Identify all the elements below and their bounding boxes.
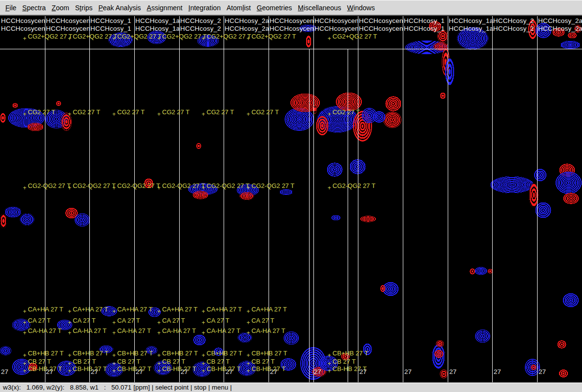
peak-label-text: CB 27 T [73,358,96,365]
peak-label[interactable]: +CB 27 T [23,358,51,365]
contour-blob [383,112,401,128]
peak-label[interactable]: +CA-HA 27 T [157,327,196,334]
peak-label[interactable]: +CB 27 T [112,358,140,365]
peak-label[interactable]: +CA+HA 27 T [157,306,197,313]
peak-label[interactable]: +CB+HB 27 T [68,350,108,357]
peak-label[interactable]: +CB+HB 27 T [23,350,63,357]
peak-label-text: CG2+QG2 27 T [207,33,251,40]
contour-blob [490,176,534,193]
peak-label-text: CA+HA 27 T [207,306,242,313]
strip-header: HCCHcosy_2 [493,25,534,33]
peak-label[interactable]: +CG2-QG2 27 T [247,182,294,189]
menu-item-file[interactable]: File [5,3,17,13]
peak-label[interactable]: +CB+HB 27 T [202,350,242,357]
peak-label[interactable]: +CA-HA 27 T [247,327,285,334]
peak-label[interactable]: +CG2 27 T [23,108,55,116]
peak-label[interactable]: +CB 27 T [202,358,229,365]
peak-label[interactable]: +CA-HA 27 T [112,327,151,334]
peak-label-text: CG2+QG2 27 T [28,33,72,40]
peak-label[interactable]: +CG2-QG2 27 T [328,182,375,189]
spectrum-canvas[interactable]: HCCHcosycenHCCHcosycenHCCHcosycenHCCHcos… [0,16,582,382]
peak-label-text: CA+HA 27 T [28,306,63,313]
peak-label[interactable]: +CA-HA 27 T [202,327,240,334]
peak-label[interactable]: +CB-HB 27 T [247,365,286,372]
strip-number: 27 [404,368,412,375]
peak-label[interactable]: +CG2-QG2 27 T [112,182,160,189]
peak-label[interactable]: +CG2-QG2 27 T [23,182,71,189]
peak-label[interactable]: +CG2-QG2 27 T [202,182,249,189]
peak-label[interactable]: +CG2+QG2 27 T [68,33,117,40]
strip-header: HCCHcosy_1 [404,25,445,33]
status-bar: w3(x): 1.069, w2(y): 8.858, w1 : 50.071 … [0,382,582,392]
peak-label[interactable]: +CB+HB 27 T [157,350,198,357]
peak-label[interactable]: +CB+HB 27 T [328,350,368,357]
strip-boundary-line [448,16,448,382]
contour-blob [327,163,343,177]
peak-label[interactable]: +CA 27 T [23,317,51,324]
peak-label[interactable]: +CG2+QG2 27 T [112,33,162,40]
peak-label[interactable]: +CB-HB 27 T [23,365,62,372]
peak-label[interactable]: +CG2 27 T [112,108,145,116]
peak-label[interactable]: +CB 27 T [157,358,185,365]
menu-item-strips[interactable]: Strips [75,3,93,13]
peak-label[interactable]: +CA-HA 27 T [68,327,106,334]
menu-item-assignment[interactable]: Assignment [146,3,183,13]
menu-item-peak-analysis[interactable]: Peak Analysis [98,3,141,13]
strip-number: 27 [314,368,321,375]
peak-marker-icon: + [112,319,116,326]
contour-blob [436,340,444,347]
peak-label[interactable]: +CA+HA 27 T [68,306,108,313]
peak-label[interactable]: +CA 27 T [157,317,185,324]
peak-label[interactable]: +CB+HB 27 T [247,350,287,357]
peak-label[interactable]: +CB 27 T [328,358,355,365]
peak-label[interactable]: +CG2 27 T [328,108,360,116]
peak-marker-icon: + [23,111,26,118]
menu-item-miscellaneous[interactable]: Miscellaneous [297,3,342,13]
strip-number: 27 [270,368,277,375]
menu-item-integration[interactable]: Integration [188,3,221,13]
peak-label-text: CB-HB 27 T [73,365,107,372]
peak-label[interactable]: +CA 27 T [247,317,274,324]
peak-label[interactable]: +CG2+QG2 27 T [328,33,377,40]
peak-label-text: CG2-QG2 27 T [73,182,116,189]
peak-label[interactable]: +CB 27 T [247,358,274,365]
peak-label[interactable]: +CB-HB 27 T [68,365,107,372]
peak-label[interactable]: +CA+HA 27 T [23,306,63,313]
menu-item-atomlist[interactable]: Atomlist [226,3,251,13]
peak-label[interactable]: +CB-HB 27 T [157,365,196,372]
peak-label[interactable]: +CG2+QG2 27 T [202,33,251,40]
peak-label[interactable]: +CG2 27 T [247,108,279,116]
peak-label[interactable]: +CA+HA 27 T [112,306,152,313]
peak-label[interactable]: +CG2-QG2 27 T [157,182,205,189]
peak-marker-icon: + [247,368,250,374]
peak-label[interactable]: +CB-HB 27 T [202,365,241,372]
peak-label[interactable]: +CA+HA 27 T [202,306,242,313]
menu-item-geometries[interactable]: Geometries [256,3,292,13]
menu-item-zoom[interactable]: Zoom [51,3,70,13]
peak-marker-icon: + [247,35,250,42]
strip-boundary-line [358,16,358,382]
peak-label[interactable]: +CG2 27 T [157,108,189,116]
peak-label[interactable]: +CA 27 T [202,317,229,324]
peak-marker-icon: + [23,319,26,326]
strip-header: HCCHcosycen [46,17,90,25]
strip-number: 27 [226,368,233,375]
peak-label[interactable]: +CG2 27 T [202,108,234,116]
peak-label[interactable]: +CB-HB 27 T [112,365,151,372]
peak-marker-icon: + [23,185,26,191]
peak-label[interactable]: +CA+HA 27 T [247,306,287,313]
peak-label[interactable]: +CG2+QG2 27 T [247,33,296,40]
peak-label[interactable]: +CG2+QG2 27 T [23,33,72,40]
peak-label[interactable]: +CG2 27 T [68,108,100,116]
peak-marker-icon: + [328,368,331,374]
peak-label[interactable]: +CA 27 T [68,317,96,324]
peak-label[interactable]: +CG2+QG2 27 T [157,33,207,40]
peak-label[interactable]: +CA-HA 27 T [23,327,62,334]
menu-item-spectra[interactable]: Spectra [22,3,46,13]
menu-item-windows[interactable]: Windows [347,3,375,13]
peak-label[interactable]: +CA 27 T [112,317,140,324]
strip-number: 27 [136,368,143,375]
peak-label[interactable]: +CB+HB 27 T [112,350,153,357]
peak-label[interactable]: +CB 27 T [68,358,96,365]
peak-label[interactable]: +CG2-QG2 27 T [68,182,116,189]
